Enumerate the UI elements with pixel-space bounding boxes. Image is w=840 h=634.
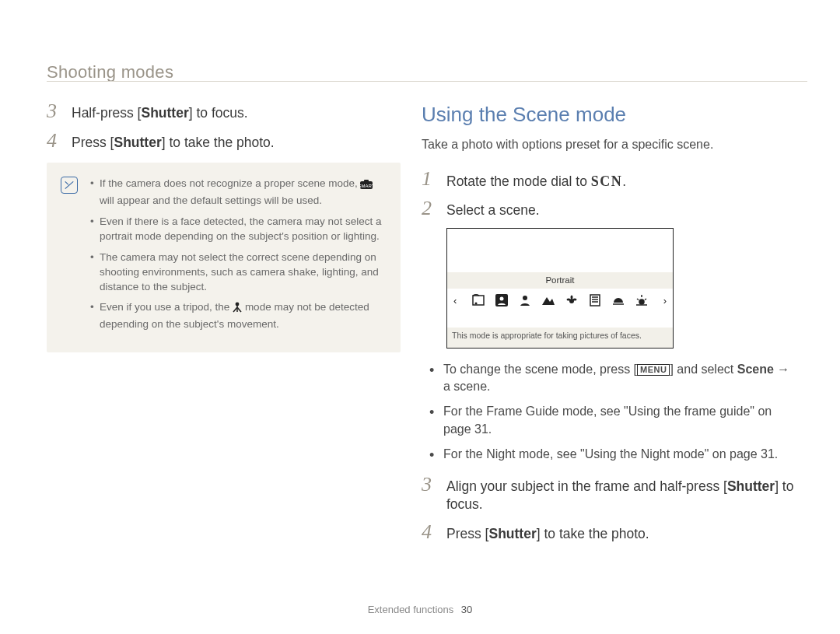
tripod-icon	[233, 302, 242, 317]
step-text: Half-press [Shutter] to focus.	[72, 101, 248, 123]
left-step-3: 3 Half-press [Shutter] to focus.	[47, 101, 401, 123]
right-step-3: 3 Align your subject in the frame and ha…	[422, 475, 795, 514]
right-step-2: 2 Select a scene.	[422, 198, 795, 220]
children-icon	[518, 293, 532, 307]
note-text: The camera may not select the correct sc…	[100, 251, 379, 292]
step-number: 1	[422, 169, 436, 189]
svg-line-23	[637, 299, 639, 300]
svg-text:SMART: SMART	[360, 184, 373, 188]
shutter-label: Shutter	[727, 478, 775, 494]
step-text-before: Align your subject in the frame and half…	[446, 478, 727, 494]
note-text: Even if there is a face detected, the ca…	[100, 215, 381, 242]
note-text: will appear and the default settings wil…	[100, 194, 322, 206]
dawn-icon	[635, 293, 649, 307]
left-step-4: 4 Press [Shutter] to take the photo.	[47, 131, 401, 152]
note-icon	[61, 177, 78, 194]
sub-bullet: For the Frame Guide mode, see "Using the…	[429, 403, 795, 438]
shutter-label: Shutter	[488, 526, 536, 541]
step-text-before: Press [	[446, 526, 488, 541]
step-text: Align your subject in the frame and half…	[446, 475, 795, 514]
step-text-before: Half-press [	[72, 105, 141, 121]
svg-line-24	[645, 299, 646, 300]
sub-bullet: To change the scene mode, press [MENU] a…	[429, 361, 795, 396]
right-step-1: 1 Rotate the mode dial to SCN.	[422, 169, 795, 191]
note-text: Even if you use a tripod, the	[100, 301, 233, 313]
note-box: If the camera does not recognize a prope…	[47, 163, 401, 352]
shutter-label: Shutter	[114, 135, 161, 150]
bullet-text: ] and select	[670, 363, 737, 376]
note-bullet: Even if you use a tripod, the mode may n…	[90, 300, 385, 332]
right-column: Using the Scene mode Take a photo with o…	[422, 101, 795, 551]
sunset-icon	[611, 293, 625, 307]
note-bullet: The camera may not select the correct sc…	[90, 250, 385, 295]
lcd-blank-mid	[447, 312, 673, 328]
svg-point-11	[523, 296, 527, 300]
step-text: Select a scene.	[446, 198, 540, 220]
bullet-text: To change the scene mode, press [	[443, 363, 637, 376]
bullet-text: For the Frame Guide mode, see "Using the…	[443, 405, 772, 435]
scn-label: SCN	[591, 173, 623, 189]
lcd-selected-label: Portrait	[447, 272, 673, 289]
step-text-before: Rotate the mode dial to	[446, 173, 591, 189]
step-number: 3	[47, 101, 61, 121]
lcd-preview: Portrait ‹ › This mode is appropriate fo…	[446, 228, 674, 349]
step-text-after: ] to take the photo.	[537, 526, 649, 541]
lcd-icon-row: ‹ ›	[447, 289, 673, 312]
shutter-label: Shutter	[141, 105, 188, 121]
step-number: 4	[47, 131, 61, 151]
frame-guide-icon	[471, 293, 485, 307]
bullet-text: For the Night mode, see "Using the Night…	[443, 447, 778, 461]
header-rule	[47, 81, 807, 82]
note-bullet: If the camera does not recognize a prope…	[90, 177, 385, 208]
lcd-right-arrow-icon: ›	[662, 294, 668, 308]
svg-point-8	[475, 303, 477, 305]
portrait-icon	[495, 293, 509, 307]
svg-point-3	[236, 303, 240, 306]
step-number: 2	[422, 198, 436, 219]
svg-rect-16	[590, 295, 600, 306]
note-text: If the camera does not recognize a prope…	[100, 177, 360, 189]
page-number: 30	[461, 604, 472, 615]
note-bullet: Even if there is a face detected, the ca…	[90, 215, 385, 244]
smart-icon: SMART	[360, 179, 373, 194]
svg-rect-1	[364, 180, 369, 182]
step-text: Press [Shutter] to take the photo.	[72, 131, 275, 152]
right-step-4: 4 Press [Shutter] to take the photo.	[422, 522, 795, 544]
step-text-after: .	[622, 173, 626, 189]
svg-rect-7	[473, 296, 484, 305]
section-intro: Take a photo with options preset for a s…	[422, 136, 795, 153]
section-title: Using the Scene mode	[422, 101, 795, 128]
svg-point-10	[500, 297, 504, 301]
closeup-icon	[565, 293, 579, 307]
lcd-hint-text: This mode is appropriate for taking pict…	[447, 328, 673, 347]
svg-point-15	[571, 296, 573, 299]
page-footer: Extended functions 30	[0, 603, 840, 617]
step-text: Rotate the mode dial to SCN.	[446, 169, 626, 191]
left-column: 3 Half-press [Shutter] to focus. 4 Press…	[47, 101, 401, 352]
menu-button-label: MENU	[637, 364, 670, 376]
lcd-blank-top	[447, 229, 673, 272]
text-icon	[588, 293, 602, 307]
svg-point-13	[567, 299, 571, 301]
step-text-before: Press [	[72, 135, 114, 150]
sub-bullet: For the Night mode, see "Using the Night…	[429, 446, 795, 463]
scene-bold: Scene	[737, 363, 774, 376]
landscape-icon	[541, 293, 555, 307]
svg-point-14	[573, 299, 577, 301]
sub-bullets: To change the scene mode, press [MENU] a…	[422, 361, 795, 464]
step-text-after: ] to focus.	[189, 105, 248, 121]
step-text: Press [Shutter] to take the photo.	[446, 522, 649, 544]
lcd-icons	[471, 293, 649, 307]
step-number: 4	[422, 522, 436, 542]
footer-label: Extended functions	[368, 604, 454, 615]
step-number: 3	[422, 475, 436, 495]
lcd-left-arrow-icon: ‹	[452, 294, 458, 308]
step-text-after: ] to take the photo.	[162, 135, 275, 150]
svg-point-21	[639, 299, 644, 304]
